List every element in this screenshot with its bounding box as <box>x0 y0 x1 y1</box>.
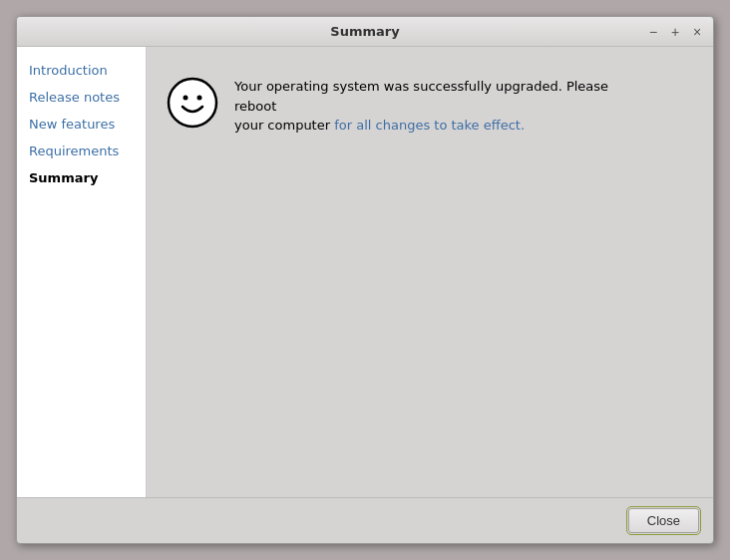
svg-point-1 <box>183 96 188 101</box>
sidebar-item-summary[interactable]: Summary <box>17 164 146 191</box>
sidebar-item-requirements[interactable]: Requirements <box>17 138 146 164</box>
minimize-button[interactable]: − <box>645 24 661 40</box>
sidebar-item-introduction[interactable]: Introduction <box>17 57 146 84</box>
smiley-icon <box>167 77 218 129</box>
main-window: Summary − + × Introduction Release notes… <box>16 16 714 544</box>
window-body: Introduction Release notes New features … <box>17 47 713 497</box>
title-bar: Summary − + × <box>17 17 713 47</box>
close-button[interactable]: Close <box>628 508 699 533</box>
footer: Close <box>17 497 713 543</box>
sidebar-item-new-features[interactable]: New features <box>17 111 146 138</box>
message-area: Your operating system was successfully u… <box>167 77 693 136</box>
close-window-button[interactable]: × <box>689 24 705 40</box>
maximize-button[interactable]: + <box>667 24 683 40</box>
svg-point-0 <box>169 79 216 127</box>
upgrade-message: Your operating system was successfully u… <box>234 77 613 136</box>
window-controls: − + × <box>645 24 705 40</box>
svg-point-2 <box>197 96 202 101</box>
content-area: Your operating system was successfully u… <box>147 47 713 497</box>
sidebar: Introduction Release notes New features … <box>17 47 147 497</box>
window-title: Summary <box>330 24 399 39</box>
sidebar-item-release-notes[interactable]: Release notes <box>17 84 146 111</box>
